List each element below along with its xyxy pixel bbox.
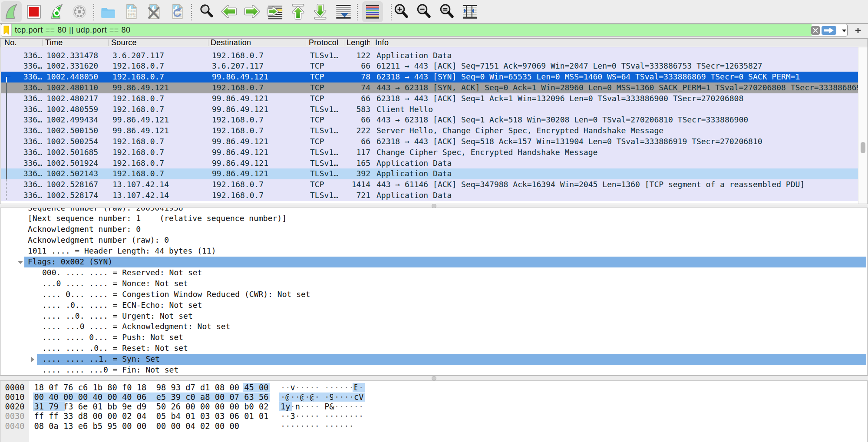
packet-list: 336…1002.3314783.6.207.117192.168.0.7TLS… — [0, 47, 858, 204]
close-file-button[interactable]: 01010 01101 01110 — [144, 1, 165, 22]
column-separator[interactable] — [372, 40, 372, 46]
colorize-button[interactable] — [362, 1, 383, 22]
detail-tree-item[interactable]: ...0 .... .... = Nonce: Not set — [0, 278, 867, 289]
column-header-no[interactable]: No. — [4, 39, 41, 47]
packet-row[interactable]: 336…1002.3314783.6.207.117192.168.0.7TLS… — [1, 50, 858, 61]
hex-row[interactable]: 002031 79 f3 6e 01 bb 9e d9 50 26 00 00 … — [0, 402, 867, 412]
go-to-packet-button[interactable] — [265, 1, 286, 22]
cell-length: 583 — [331, 104, 370, 115]
packet-row[interactable]: 336…1002.48011099.86.49.121192.168.0.7TC… — [1, 82, 858, 93]
hex-ascii: ··v····· ······E· — [281, 383, 363, 393]
column-separator[interactable] — [42, 40, 43, 46]
packet-row[interactable]: 336…1002.502143192.168.0.799.86.49.121TL… — [1, 168, 858, 179]
detail-tree-item[interactable]: .... .... 0... = Push: Not set — [0, 332, 867, 343]
detail-tree-item[interactable]: Flags: 0x002 (SYN) — [0, 257, 867, 267]
zoom-in-button[interactable] — [391, 1, 412, 22]
column-separator[interactable] — [344, 40, 344, 46]
hex-row[interactable]: 000018 0f 76 c6 1b 80 f0 18 98 93 d7 d1 … — [0, 383, 867, 393]
column-header-source[interactable]: Source — [111, 39, 198, 47]
restart-capture-button[interactable] — [46, 1, 67, 22]
detail-tree-item[interactable]: .... .... ...0 = Fin: Not set — [0, 365, 867, 375]
hex-row[interactable]: 0030ff ff 33 d8 00 00 02 04 05 b4 01 03 … — [0, 412, 867, 421]
detail-tree-item[interactable]: .... .... ..1. = Syn: Set — [0, 354, 867, 365]
hex-row[interactable]: 004008 0a 13 e6 b5 95 00 00 00 00 04 02 … — [0, 422, 867, 431]
cell-no: 336… — [5, 158, 42, 169]
detail-tree-item[interactable]: .... 0... .... = Congestion Window Reduc… — [0, 289, 867, 300]
folder-icon — [99, 3, 117, 20]
save-file-button[interactable]: 01010 01101 01110 — [121, 1, 142, 22]
open-file-button[interactable] — [98, 1, 119, 22]
display-filter-field[interactable]: tcp.port == 80 || udp.port == 80 — [1, 24, 848, 36]
next-packet-button[interactable] — [241, 1, 262, 22]
packet-list-scrollbar[interactable] — [858, 47, 867, 204]
column-separator[interactable] — [208, 40, 208, 46]
packet-row[interactable]: 336…1002.500254192.168.0.799.86.49.121TC… — [1, 136, 858, 147]
hex-ascii: ········ ······ — [281, 422, 354, 431]
filter-add-button[interactable] — [851, 24, 865, 36]
stop-capture-button[interactable] — [23, 1, 44, 22]
filter-apply-button[interactable] — [822, 26, 836, 35]
find-packet-button[interactable] — [197, 1, 218, 22]
detail-tree-item[interactable]: .... ...0 .... = Acknowledgment: Not set — [0, 321, 867, 332]
packet-row[interactable]: 336…1002.52816713.107.42.14192.168.0.7TC… — [1, 179, 858, 190]
cell-info: Application Data — [376, 158, 858, 169]
detail-tree-item[interactable]: [Next sequence number: 1 (relative seque… — [0, 213, 867, 224]
cell-time: 1002.528167 — [46, 179, 112, 190]
column-header-time[interactable]: Time — [45, 39, 106, 47]
cell-length: 165 — [331, 158, 370, 169]
scrollbar-thumb[interactable] — [861, 142, 865, 153]
reload-file-button[interactable]: 01010 01101 01110 — [167, 1, 188, 22]
expander-right-icon[interactable] — [31, 357, 34, 362]
packet-row[interactable]: 336…1002.480217192.168.0.799.86.49.121TC… — [1, 93, 858, 104]
filter-input[interactable]: tcp.port == 80 || udp.port == 80 — [12, 24, 812, 36]
hex-bytes: 18 0f 76 c6 1b 80 f0 18 98 93 d7 d1 08 0… — [34, 383, 269, 393]
go-to-packet-icon — [267, 3, 284, 20]
pane-splitter-bottom[interactable] — [0, 375, 868, 381]
filter-dropdown-caret[interactable] — [842, 30, 846, 32]
toolbar-separator — [191, 4, 192, 20]
capture-options-button[interactable] — [69, 1, 90, 22]
detail-item-text: [Next sequence number: 1 (relative seque… — [28, 213, 287, 224]
resize-columns-button[interactable] — [459, 1, 480, 22]
column-header-info[interactable]: Info — [375, 39, 809, 47]
packet-row[interactable]: 336…1002.448050192.168.0.799.86.49.121TC… — [1, 72, 858, 82]
column-separator[interactable] — [306, 40, 306, 46]
start-capture-button[interactable] — [1, 1, 22, 22]
gear-icon — [71, 3, 88, 20]
packet-row[interactable]: 336…1002.52817413.107.42.14192.168.0.7TL… — [1, 190, 858, 201]
cell-info: 443 → 62318 [ACK] Seq=1 Ack=518 Win=3020… — [376, 115, 858, 125]
detail-tree-item[interactable]: 1011 .... = Header Length: 44 bytes (11) — [0, 246, 867, 257]
detail-tree-item[interactable]: Acknowledgment number (raw): 0 — [0, 235, 867, 246]
column-header-destination[interactable]: Destination — [211, 39, 297, 47]
filter-bookmark-button[interactable] — [1, 24, 12, 36]
apply-arrow-icon — [824, 27, 834, 33]
detail-tree-item[interactable]: Acknowledgment number: 0 — [0, 224, 867, 235]
packet-row[interactable]: 336…1002.49943499.86.49.121192.168.0.7TC… — [1, 115, 858, 125]
zoom-out-button[interactable] — [414, 1, 435, 22]
packet-row[interactable]: 336…1002.480559192.168.0.799.86.49.121TL… — [1, 104, 858, 115]
plus-icon — [855, 27, 861, 34]
cell-time: 1002.528174 — [46, 190, 112, 201]
auto-scroll-button[interactable] — [333, 1, 354, 22]
packet-row[interactable]: 336…1002.50015099.86.49.121192.168.0.7TL… — [1, 125, 858, 136]
first-packet-button[interactable] — [288, 1, 309, 22]
previous-packet-button[interactable] — [219, 1, 240, 22]
detail-tree-item[interactable]: .... .... .0.. = Reset: Not set — [0, 343, 867, 354]
last-packet-button[interactable] — [310, 1, 331, 22]
packet-row[interactable]: 336…1002.331620192.168.0.73.6.207.117TCP… — [1, 61, 858, 72]
packet-row-partial[interactable] — [1, 47, 858, 50]
detail-tree-item[interactable]: .... .0.. .... = ECN-Echo: Not set — [0, 300, 867, 311]
pane-splitter-top[interactable] — [0, 204, 868, 208]
hex-row[interactable]: 001000 40 00 00 40 00 40 06 e5 39 c0 a8 … — [0, 393, 867, 402]
column-separator[interactable] — [108, 40, 109, 46]
packet-row[interactable]: 336…1002.501685192.168.0.799.86.49.121TL… — [1, 147, 858, 158]
packet-row[interactable]: 336…1002.501924192.168.0.799.86.49.121TL… — [1, 158, 858, 169]
detail-tree-item[interactable]: .... ..0. .... = Urgent: Not set — [0, 311, 867, 322]
zoom-reset-button[interactable] — [437, 1, 458, 22]
column-header-protocol[interactable]: Protocol — [309, 39, 343, 47]
filter-clear-button[interactable] — [811, 26, 820, 35]
detail-tree-item[interactable]: 000. .... .... = Reserved: Not set — [0, 267, 867, 278]
column-header-length[interactable]: Length — [347, 39, 370, 47]
expander-down-icon[interactable] — [18, 261, 23, 264]
detail-tree-item[interactable]: Sequence number (raw): 2005041958 — [0, 208, 867, 213]
